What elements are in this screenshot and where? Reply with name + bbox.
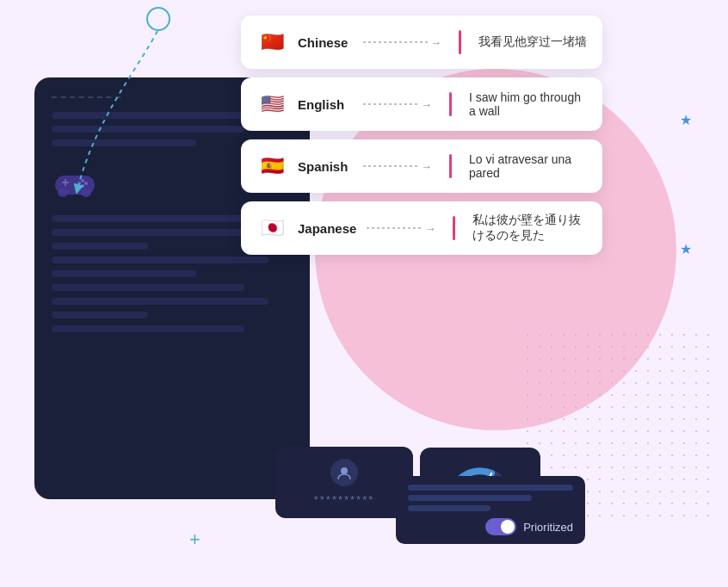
- panel-line: [52, 325, 244, 332]
- arrow-head: →: [424, 222, 435, 235]
- translation-text-spanish: Lo vi atravesar una pared: [469, 152, 587, 180]
- priority-toggle-row: Prioritized: [408, 518, 573, 535]
- translation-card-english: 🇺🇸 English → I saw him go through a wall: [241, 77, 602, 131]
- lang-name-chinese: Chinese: [298, 35, 353, 50]
- gamepad-icon: [52, 167, 98, 201]
- translation-text-japanese: 私は彼が壁を通り抜けるのを見た: [472, 213, 587, 244]
- star-icon-top: ★: [680, 112, 692, 128]
- star-icon-bottom: ★: [680, 241, 692, 257]
- arrow-head: →: [421, 98, 432, 111]
- dotted-arrow-chinese: →: [363, 36, 441, 49]
- panel-line: [52, 229, 244, 236]
- lang-name-english: English: [298, 97, 353, 112]
- priority-row: [408, 505, 490, 511]
- svg-point-13: [341, 467, 348, 474]
- panel-line: [52, 126, 244, 133]
- dotted-arrow-japanese: →: [367, 222, 435, 235]
- plus-bottom-icon: +: [189, 528, 201, 551]
- dotted-line: [363, 165, 419, 167]
- dashed-line: [52, 96, 120, 98]
- user-panel: **********: [275, 447, 413, 518]
- circle-top-decoration: [146, 7, 170, 31]
- panel-line: [52, 270, 196, 277]
- translation-cards-container: 🇨🇳 Chinese → 我看见他穿过一堵墙 🇺🇸 English →: [241, 15, 602, 255]
- panel-line: [52, 298, 268, 305]
- lang-name-japanese: Japanese: [298, 221, 356, 236]
- dotted-line: [363, 41, 429, 43]
- flag-japanese: 🇯🇵: [256, 213, 287, 244]
- panel-line: [52, 243, 148, 250]
- svg-point-5: [81, 184, 84, 188]
- svg-rect-2: [65, 179, 66, 186]
- divider-bar: [453, 216, 455, 240]
- user-icon: [330, 459, 358, 486]
- priority-toggle[interactable]: [485, 518, 516, 535]
- dotted-arrow-spanish: →: [363, 160, 432, 173]
- flag-spanish: 🇪🇸: [256, 151, 287, 182]
- divider-bar: [459, 30, 461, 54]
- svg-point-4: [84, 182, 88, 185]
- svg-point-3: [81, 179, 84, 182]
- priority-label: Prioritized: [523, 521, 573, 534]
- translation-card-chinese: 🇨🇳 Chinese → 我看见他穿过一堵墙: [241, 15, 602, 69]
- dotted-line: [367, 227, 423, 229]
- svg-point-6: [77, 182, 81, 185]
- toggle-knob: [501, 520, 515, 534]
- translation-text-chinese: 我看见他穿过一堵墙: [478, 34, 587, 50]
- priority-row: [408, 495, 532, 501]
- svg-point-8: [81, 188, 91, 197]
- svg-point-7: [58, 188, 68, 197]
- scene: + +: [0, 0, 728, 587]
- priority-rows: [408, 485, 573, 511]
- lang-name-spanish: Spanish: [298, 159, 353, 174]
- dotted-line: [363, 103, 419, 105]
- divider-bar: [449, 154, 452, 178]
- panel-line: [52, 112, 268, 119]
- arrow-head: →: [430, 36, 441, 49]
- panel-line: [52, 256, 268, 263]
- panel-line: [52, 139, 196, 146]
- password-dots: **********: [314, 493, 375, 506]
- flag-english: 🇺🇸: [256, 89, 287, 120]
- flag-chinese: 🇨🇳: [256, 27, 287, 58]
- priority-row: [408, 485, 573, 491]
- panel-line: [52, 215, 268, 222]
- priority-panel: Prioritized: [396, 476, 585, 544]
- divider-bar: [449, 92, 452, 116]
- panel-line: [52, 312, 148, 318]
- translation-card-spanish: 🇪🇸 Spanish → Lo vi atravesar una pared: [241, 139, 602, 193]
- dotted-arrow-english: →: [363, 98, 432, 111]
- arrow-head: →: [421, 160, 432, 173]
- translation-text-english: I saw him go through a wall: [469, 90, 587, 118]
- translation-card-japanese: 🇯🇵 Japanese → 私は彼が壁を通り抜けるのを見た: [241, 201, 602, 255]
- panel-line: [52, 284, 244, 291]
